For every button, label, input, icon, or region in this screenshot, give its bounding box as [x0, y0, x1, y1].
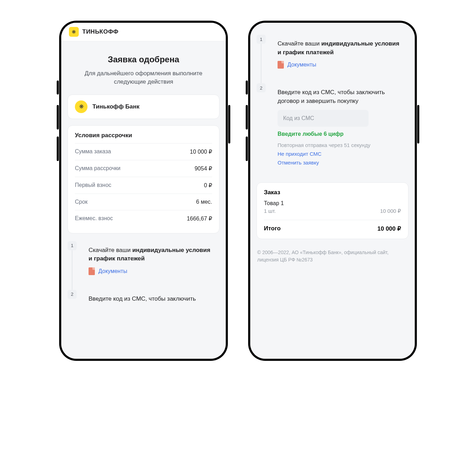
terms-label: Сумма заказа [75, 148, 111, 155]
steps-list: 1 Скачайте ваши индивидуальные условия и… [68, 240, 219, 302]
terms-value: 9054 ₽ [195, 165, 212, 172]
bank-logo-icon: ❋ [75, 100, 88, 113]
bank-name: Тинькофф Банк [92, 103, 140, 110]
step-body: Скачайте ваши индивидуальные условия и г… [82, 240, 219, 281]
step-text: Скачайте ваши индивидуальные условия и г… [278, 40, 402, 57]
step-text-partial: Введите код из СМС, чтобы заключить [89, 295, 213, 302]
step-text-prefix: Скачайте ваши [89, 247, 132, 253]
resend-timer: Повторная отправка через 51 секунду [278, 142, 402, 148]
order-item-name: Товар 1 [264, 200, 401, 206]
sms-hint: Введите любые 6 цифр [278, 131, 402, 137]
terms-card: Условия рассрочки Сумма заказа 10 000 ₽ … [68, 125, 219, 233]
terms-value: 1666,67 ₽ [187, 215, 212, 222]
terms-label: Первый взнос [75, 182, 111, 189]
step-number-badge: 1 [257, 35, 266, 44]
terms-row: Сумма рассрочки 9054 ₽ [75, 160, 212, 177]
terms-label: Ежемес. взнос [75, 215, 113, 222]
step-2: 2 Введите код из СМС, чтобы заключить [68, 288, 219, 302]
document-icon [89, 267, 95, 275]
documents-label: Документы [98, 268, 127, 274]
page-title: Заявка одобрена [68, 55, 219, 64]
step-text: Скачайте ваши индивидуальные условия и г… [89, 246, 213, 263]
order-card: Заказ Товар 1 1 шт. 10 000 ₽ Итого 10 00… [257, 182, 408, 239]
documents-link[interactable]: Документы [278, 61, 402, 69]
document-icon [278, 61, 284, 69]
terms-row: Сумма заказа 10 000 ₽ [75, 143, 212, 160]
terms-row: Срок 6 мес. [75, 194, 212, 210]
documents-link[interactable]: Документы [89, 267, 213, 275]
step-number-badge: 2 [68, 290, 77, 299]
order-total-value: 10 000 ₽ [377, 225, 401, 232]
terms-label: Срок [75, 199, 88, 205]
terms-value: 0 ₽ [204, 182, 212, 189]
cancel-link[interactable]: Отменить заявку [278, 160, 402, 166]
step-body: Введите код из СМС, чтобы заключить [82, 288, 219, 302]
step-text: Введите код из СМС, чтобы заключить дого… [278, 88, 402, 105]
step-1: 1 Скачайте ваши индивидуальные условия и… [68, 240, 219, 288]
no-sms-link[interactable]: Не приходит СМС [278, 151, 402, 157]
terms-title: Условия рассрочки [75, 132, 212, 139]
terms-row: Первый взнос 0 ₽ [75, 177, 212, 194]
phone-mockup-1: ❋ ТИНЬКОФФ Заявка одобрена Для дальнейше… [59, 21, 227, 360]
step-2: 2 Введите код из СМС, чтобы заключить до… [257, 82, 408, 178]
brand-name: ТИНЬКОФФ [82, 28, 119, 35]
step-text-prefix: Скачайте ваши [278, 40, 321, 47]
sms-code-input[interactable]: Код из СМС [278, 110, 369, 127]
terms-value: 6 мес. [196, 199, 212, 205]
documents-label: Документы [287, 62, 316, 68]
brand-bar: ❋ ТИНЬКОФФ [61, 23, 226, 41]
phone-mockup-2: 1 Скачайте ваши индивидуальные условия и… [248, 21, 416, 360]
terms-value: 10 000 ₽ [190, 148, 212, 155]
footer-legal: © 2006—2022, АО «Тинькофф Банк», официал… [250, 245, 415, 272]
step-1: 1 Скачайте ваши индивидуальные условия и… [257, 33, 408, 82]
page-subtitle: Для дальнейшего оформления выполните сле… [76, 69, 211, 86]
step-body: Скачайте ваши индивидуальные условия и г… [271, 33, 408, 75]
order-item-price: 10 000 ₽ [380, 208, 401, 214]
step-number-badge: 2 [257, 83, 266, 92]
step-body: Введите код из СМС, чтобы заключить дого… [271, 82, 408, 172]
tinkoff-logo-icon: ❋ [69, 27, 79, 37]
order-item-qty: 1 шт. [264, 208, 276, 214]
terms-row: Ежемес. взнос 1666,67 ₽ [75, 210, 212, 227]
order-title: Заказ [264, 189, 401, 196]
step-number-badge: 1 [68, 241, 77, 250]
order-total-label: Итого [264, 225, 281, 232]
bank-card[interactable]: ❋ Тинькофф Банк [68, 94, 219, 119]
terms-label: Сумма рассрочки [75, 165, 120, 172]
steps-list: 1 Скачайте ваши индивидуальные условия и… [257, 33, 408, 179]
